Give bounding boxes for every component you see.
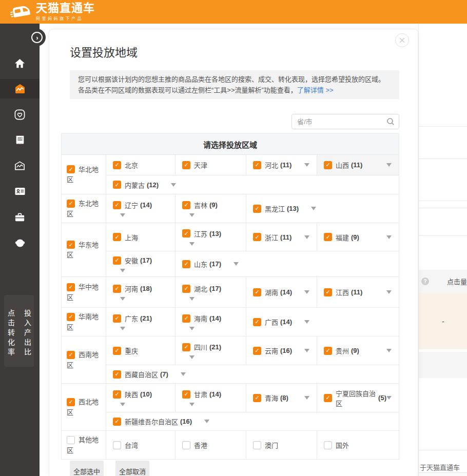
province-checkbox[interactable] (113, 181, 121, 189)
province-option[interactable]: 福建(9) (317, 223, 399, 251)
dropdown-arrow-icon[interactable] (189, 403, 194, 406)
province-checkbox[interactable] (324, 161, 332, 169)
region-checkbox[interactable] (67, 241, 75, 249)
province-option[interactable]: 宁夏回族自治区(5) (317, 384, 399, 412)
province-checkbox[interactable] (324, 394, 332, 402)
province-checkbox[interactable] (182, 201, 190, 209)
province-option[interactable]: 河南(18) (106, 277, 176, 307)
province-option[interactable]: 重庆 (106, 336, 176, 365)
sidebar-item-home[interactable] (0, 50, 40, 76)
dropdown-arrow-icon[interactable] (386, 235, 392, 239)
province-checkbox[interactable] (182, 441, 190, 449)
province-checkbox[interactable] (182, 260, 190, 268)
cancel-all-button[interactable]: 全部取消 (115, 461, 149, 476)
dropdown-arrow-icon[interactable] (304, 349, 309, 352)
province-option[interactable]: 广东(21) (106, 308, 176, 336)
province-option[interactable]: 河北(11) (246, 155, 317, 175)
search-icon[interactable] (386, 117, 395, 126)
region-option[interactable]: 华北地区 (62, 155, 106, 194)
sidebar-item-campaign[interactable] (0, 79, 40, 98)
province-option[interactable]: 贵州(9) (317, 336, 399, 365)
close-icon[interactable] (395, 33, 409, 47)
dropdown-arrow-icon[interactable] (386, 290, 392, 294)
dropdown-arrow-icon[interactable] (189, 297, 194, 301)
region-checkbox[interactable] (67, 165, 75, 173)
province-option[interactable]: 吉林(9) (176, 194, 246, 223)
province-option[interactable]: 江西(11) (317, 277, 399, 307)
province-checkbox[interactable] (113, 390, 121, 399)
province-option[interactable]: 北京 (106, 155, 176, 175)
dropdown-arrow-icon[interactable] (233, 262, 239, 266)
province-option[interactable]: 甘肃(14) (176, 384, 246, 412)
brand-logo[interactable]: 天猫直通车 阿里妈妈旗下产品 (10, 3, 95, 21)
province-checkbox[interactable] (253, 205, 261, 213)
sidebar-expand-button[interactable]: › (28, 29, 46, 46)
province-checkbox[interactable] (324, 441, 332, 449)
province-option[interactable]: 陕西(10) (106, 384, 176, 412)
dropdown-arrow-icon[interactable] (120, 403, 125, 406)
province-checkbox[interactable] (113, 285, 121, 293)
province-option[interactable]: 辽宁(14) (106, 194, 176, 223)
region-option[interactable]: 华中地区 (62, 277, 106, 307)
dropdown-arrow-icon[interactable] (171, 183, 176, 187)
province-checkbox[interactable] (182, 314, 190, 323)
province-option[interactable]: 上海 (106, 223, 176, 251)
province-checkbox[interactable] (113, 347, 121, 355)
region-option[interactable]: 华南地区 (62, 308, 106, 336)
province-checkbox[interactable] (113, 441, 121, 449)
metric-panel[interactable]: 点击转化率 投入产出比 (4, 295, 34, 367)
province-checkbox[interactable] (182, 161, 190, 169)
province-option[interactable]: 山东(17) (176, 251, 399, 276)
province-checkbox[interactable] (182, 390, 190, 399)
dropdown-arrow-icon[interactable] (120, 269, 125, 272)
province-checkbox[interactable] (324, 288, 332, 296)
region-checkbox[interactable] (67, 200, 75, 208)
dropdown-arrow-icon[interactable] (120, 327, 125, 330)
province-option[interactable]: 台湾 (106, 431, 176, 459)
sidebar-item-account[interactable] (0, 179, 40, 204)
province-checkbox[interactable] (253, 441, 261, 449)
province-checkbox[interactable] (253, 233, 261, 241)
province-checkbox[interactable] (182, 285, 190, 293)
select-all-button[interactable]: 全部选中 (70, 461, 104, 476)
province-option[interactable]: 青海(8) (246, 384, 317, 412)
dropdown-arrow-icon[interactable] (204, 420, 209, 423)
province-option[interactable]: 山西(11) (317, 155, 399, 175)
region-option[interactable]: 其他地区 (62, 431, 106, 459)
province-checkbox[interactable] (324, 233, 332, 241)
province-checkbox[interactable] (113, 314, 121, 323)
region-option[interactable]: 东北地区 (62, 194, 106, 223)
province-option[interactable]: 黑龙江(13) (246, 194, 399, 223)
dropdown-arrow-icon[interactable] (189, 213, 194, 217)
province-option[interactable]: 云南(16) (246, 336, 317, 365)
province-option[interactable]: 内蒙古(12) (106, 175, 399, 194)
province-checkbox[interactable] (113, 201, 121, 209)
dropdown-arrow-icon[interactable] (189, 242, 194, 246)
sidebar-item-promotion[interactable] (0, 153, 40, 179)
region-checkbox[interactable] (67, 351, 75, 359)
sidebar-item-tmall[interactable] (0, 230, 40, 255)
dropdown-arrow-icon[interactable] (120, 213, 125, 217)
dropdown-arrow-icon[interactable] (189, 355, 194, 359)
province-option[interactable]: 浙江(11) (246, 223, 317, 251)
province-option[interactable]: 四川(21) (176, 336, 246, 365)
province-option[interactable]: 海南(14) (176, 308, 246, 336)
province-option[interactable]: 安徽(17) (106, 251, 176, 276)
dropdown-arrow-icon[interactable] (120, 297, 125, 301)
sidebar-item-favorites[interactable] (0, 102, 40, 127)
province-checkbox[interactable] (182, 229, 190, 237)
dropdown-arrow-icon[interactable] (304, 290, 309, 294)
province-checkbox[interactable] (113, 418, 121, 426)
region-option[interactable]: 西北地区 (62, 384, 106, 430)
dropdown-arrow-icon[interactable] (304, 163, 309, 167)
dropdown-arrow-icon[interactable] (386, 163, 392, 167)
province-checkbox[interactable] (113, 256, 121, 265)
province-option[interactable]: 新疆维吾尔自治区(16) (106, 412, 399, 430)
sidebar-item-business[interactable] (0, 204, 40, 230)
province-checkbox[interactable] (253, 318, 261, 326)
province-checkbox[interactable] (253, 288, 261, 296)
province-option[interactable]: 香港 (176, 431, 246, 459)
dropdown-arrow-icon[interactable] (386, 396, 392, 400)
province-option[interactable]: 湖南(14) (246, 277, 317, 307)
province-checkbox[interactable] (113, 161, 121, 169)
